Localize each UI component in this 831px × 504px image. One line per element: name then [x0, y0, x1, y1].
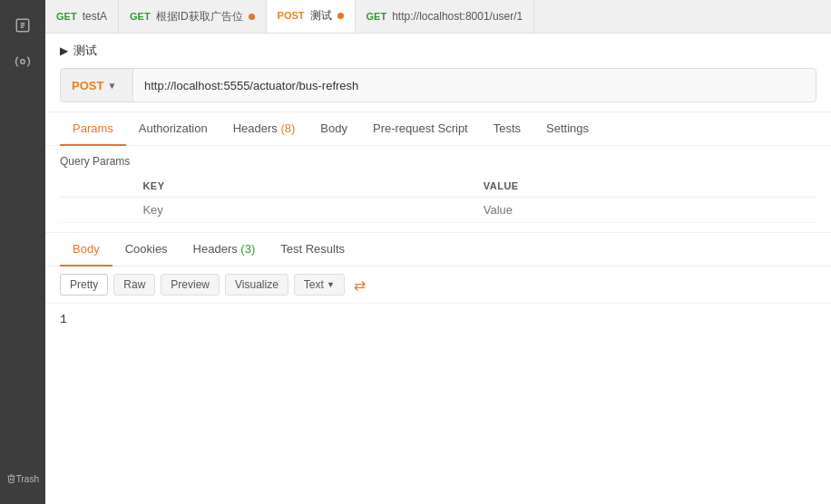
trash-label: Trash [16, 474, 39, 484]
tab-testa-method: GET [56, 11, 77, 22]
req-tab-settings-label: Settings [546, 121, 589, 135]
method-selector[interactable]: POST ▼ [61, 69, 133, 102]
tab-testa[interactable]: GET testA [45, 0, 119, 33]
expand-arrow[interactable]: ▶ [60, 44, 68, 57]
request-name: 测试 [73, 43, 97, 59]
tab-adpos-method: GET [130, 11, 151, 22]
req-tab-tests-label: Tests [494, 121, 521, 135]
tabs-bar: GET testA GET 根据ID获取广告位 POST 测试 GET http… [45, 0, 831, 34]
format-visualize-btn[interactable]: Visualize [225, 274, 288, 296]
sidebar-icon-2[interactable] [6, 45, 39, 78]
row-value-cell [476, 198, 816, 223]
format-pretty-btn[interactable]: Pretty [60, 274, 108, 296]
method-label: POST [72, 79, 103, 92]
response-area: Body Cookies Headers (3) Test Results Pr… [45, 232, 831, 504]
tab-post-name: 测试 [310, 8, 332, 24]
resp-tab-body[interactable]: Body [60, 233, 112, 267]
tab-testa-name: testA [83, 10, 107, 23]
resp-tab-headers[interactable]: Headers (3) [181, 233, 269, 267]
tab-adpos-name: 根据ID获取广告位 [156, 9, 243, 24]
resp-headers-badge: (3) [240, 242, 255, 256]
url-bar: POST ▼ [60, 68, 816, 102]
value-input[interactable] [484, 203, 809, 217]
req-tab-prerequest[interactable]: Pre-request Script [360, 112, 481, 146]
tab-post-test[interactable]: POST 测试 [267, 0, 356, 33]
req-tab-tests[interactable]: Tests [481, 112, 533, 146]
tab-localhost-name: http://localhost:8001/user/1 [392, 10, 523, 23]
resp-tab-testresults-label: Test Results [280, 242, 345, 256]
row-key-cell [135, 198, 475, 223]
col-value-header: VALUE [476, 175, 816, 198]
req-tab-auth[interactable]: Authorization [126, 112, 220, 146]
main-panel: GET testA GET 根据ID获取广告位 POST 测试 GET http… [45, 0, 831, 504]
req-tab-body-label: Body [320, 121, 347, 135]
req-tab-headers-label: Headers (8) [233, 121, 296, 135]
headers-badge: (8) [280, 121, 295, 135]
response-content: 1 [60, 313, 67, 326]
params-table: KEY VALUE [60, 175, 816, 223]
sidebar-trash[interactable]: Trash [6, 462, 39, 495]
format-raw-btn[interactable]: Raw [113, 274, 155, 296]
key-input[interactable] [142, 203, 468, 217]
request-title: ▶ 测试 [60, 43, 816, 59]
format-preview-btn[interactable]: Preview [161, 274, 220, 296]
col-check-header [60, 175, 135, 198]
tab-adpos-dot [249, 14, 255, 20]
resp-tab-cookies-label: Cookies [125, 242, 168, 256]
table-row [60, 198, 816, 223]
resp-tab-testresults[interactable]: Test Results [268, 233, 357, 267]
req-tab-body[interactable]: Body [308, 112, 360, 146]
resp-tab-headers-label: Headers (3) [193, 242, 256, 256]
format-type-label: Text [304, 278, 324, 291]
format-type-select[interactable]: Text ▼ [294, 274, 345, 296]
params-section: Query Params KEY VALUE [45, 146, 831, 232]
response-tabs: Body Cookies Headers (3) Test Results [45, 233, 831, 267]
sidebar-icon-1[interactable] [6, 9, 39, 42]
req-tab-settings[interactable]: Settings [533, 112, 601, 146]
method-chevron: ▼ [107, 81, 116, 91]
sidebar: Trash [0, 0, 45, 504]
tab-post-dot [337, 13, 344, 19]
resp-tab-body-label: Body [73, 242, 100, 256]
format-bar: Pretty Raw Preview Visualize Text ▼ ⇄ [45, 267, 831, 304]
req-tab-prerequest-label: Pre-request Script [373, 121, 468, 135]
req-tab-headers[interactable]: Headers (8) [220, 112, 308, 146]
request-tabs: Params Authorization Headers (8) Body Pr… [45, 112, 831, 146]
url-input[interactable] [133, 69, 816, 102]
tab-adpos[interactable]: GET 根据ID获取广告位 [119, 0, 267, 33]
req-tab-auth-label: Authorization [139, 121, 208, 135]
tab-post-method: POST [278, 10, 305, 21]
svg-point-1 [21, 60, 25, 64]
response-body: 1 [45, 304, 831, 504]
request-area: ▶ 测试 POST ▼ [45, 34, 831, 112]
req-tab-params[interactable]: Params [60, 112, 126, 146]
resp-tab-cookies[interactable]: Cookies [112, 233, 181, 267]
tab-localhost[interactable]: GET http://localhost:8001/user/1 [356, 0, 535, 33]
format-type-chevron: ▼ [327, 280, 335, 289]
col-key-header: KEY [135, 175, 475, 198]
query-params-title: Query Params [60, 155, 816, 168]
tab-localhost-method: GET [367, 11, 387, 22]
row-check [60, 198, 135, 223]
wrap-icon[interactable]: ⇄ [354, 276, 366, 294]
req-tab-params-label: Params [73, 121, 113, 135]
